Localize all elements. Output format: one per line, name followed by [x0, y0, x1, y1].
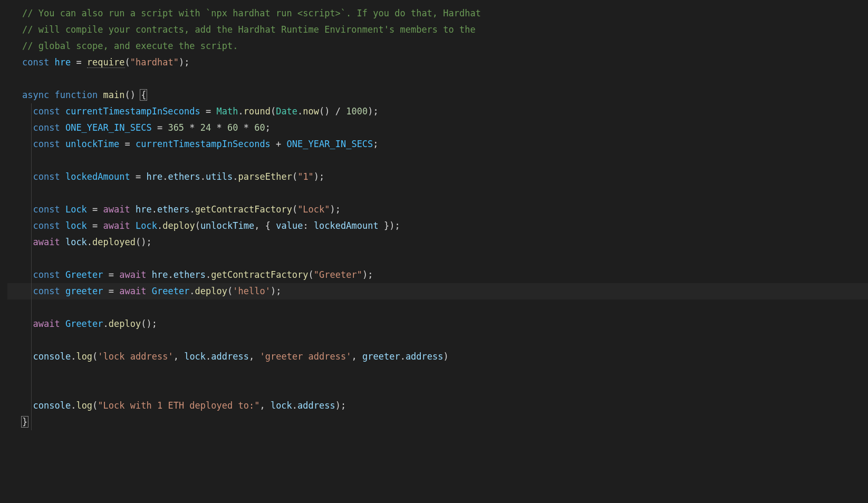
line-number — [0, 185, 6, 201]
code-line[interactable]: const unlockTime = currentTimestampInSec… — [22, 136, 868, 152]
code-line[interactable]: // global scope, and execute the script. — [22, 38, 868, 54]
code-line[interactable] — [22, 381, 868, 398]
token-prop: utils — [206, 171, 233, 182]
code-line[interactable] — [22, 185, 868, 201]
token-punct: , — [259, 400, 270, 411]
token-string: "Lock" — [297, 204, 330, 215]
token-func: main — [103, 90, 125, 100]
code-line[interactable]: const lockedAmount = hre.ethers.utils.pa… — [22, 169, 868, 185]
code-line[interactable]: // You can also run a script with `npx h… — [22, 5, 868, 22]
token-brace-match: } — [21, 416, 28, 428]
line-number — [0, 5, 6, 22]
token-control: await — [103, 204, 136, 215]
token-punct: . — [206, 269, 211, 280]
token-keyword: const — [33, 286, 65, 296]
token-prop: value — [276, 220, 303, 231]
token-paren: () — [136, 237, 146, 247]
token-var: lock — [271, 400, 292, 411]
token-punct: . — [233, 171, 238, 182]
code-line[interactable] — [22, 152, 868, 169]
token-func: deploy — [195, 286, 227, 296]
code-editor[interactable]: // You can also run a script with `npx h… — [0, 0, 868, 503]
token-punct: ; — [146, 237, 151, 247]
line-number — [0, 414, 6, 430]
code-line[interactable]: const currentTimestampInSeconds = Math.r… — [22, 103, 868, 120]
token-const: currentTimestampInSeconds — [65, 106, 200, 117]
code-area[interactable]: // You can also run a script with `npx h… — [7, 0, 868, 503]
code-line[interactable] — [22, 332, 868, 349]
token-paren: ( — [92, 400, 98, 411]
token-keyword: const — [33, 171, 65, 182]
token-const: lock — [65, 220, 87, 231]
token-punct: ; — [373, 106, 378, 117]
token-op: = — [103, 286, 120, 296]
token-paren: ( — [292, 171, 297, 182]
line-number — [0, 267, 6, 283]
token-keyword: const — [33, 106, 65, 117]
line-number — [0, 283, 6, 299]
token-string: 'lock address' — [98, 351, 173, 362]
token-op: = — [200, 106, 217, 117]
code-line[interactable]: const Greeter = await hre.ethers.getCont… — [22, 267, 868, 283]
token-prop: ethers — [157, 204, 189, 215]
token-func: round — [244, 106, 271, 117]
token-func: deploy — [109, 318, 141, 329]
line-number — [0, 398, 6, 414]
code-line[interactable]: await lock.deployed(); — [22, 234, 868, 250]
token-var: hre — [136, 204, 152, 215]
token-punct: . — [162, 171, 168, 182]
token-op: * — [184, 122, 200, 133]
line-number — [0, 250, 6, 267]
token-punct: }) — [379, 220, 395, 231]
token-string: "Lock with 1 ETH deployed to:" — [98, 400, 259, 411]
code-line[interactable]: console.log('lock address', lock.address… — [22, 349, 868, 365]
token-keyword: const — [22, 57, 54, 67]
code-line[interactable]: async function main() { — [22, 87, 868, 103]
token-string: "1" — [297, 171, 314, 182]
token-punct: ; — [184, 57, 189, 67]
token-num: 60 — [227, 122, 238, 133]
code-line[interactable]: const hre = require("hardhat"); — [22, 54, 868, 71]
token-paren: () — [125, 90, 136, 100]
code-line[interactable] — [22, 299, 868, 316]
token-class: Date — [276, 106, 297, 117]
token-punct: , — [351, 351, 362, 362]
token-prop: address — [406, 351, 443, 362]
token-paren: ) — [330, 204, 335, 215]
token-punct: . — [152, 204, 157, 215]
token-paren: ( — [271, 106, 276, 117]
token-punct: ; — [265, 122, 271, 133]
code-line[interactable] — [22, 250, 868, 267]
token-const: Lock — [65, 204, 87, 215]
token-punct: . — [103, 318, 109, 329]
token-punct: . — [400, 351, 406, 362]
token-keyword: const — [33, 204, 65, 215]
code-line[interactable]: const Lock = await hre.ethers.getContrac… — [22, 201, 868, 218]
code-line[interactable]: } — [22, 414, 868, 430]
token-keyword: const — [33, 269, 65, 280]
token-punct: ; — [373, 139, 378, 149]
code-line[interactable]: const lock = await Lock.deploy(unlockTim… — [22, 218, 868, 234]
code-line[interactable]: // will compile your contracts, add the … — [22, 22, 868, 38]
code-line[interactable] — [22, 71, 868, 87]
token-punct: ; — [276, 286, 281, 296]
token-punct: . — [189, 204, 195, 215]
token-const: ONE_YEAR_IN_SECS — [287, 139, 373, 149]
token-var: unlockTime — [200, 220, 254, 231]
token-paren: ( — [227, 286, 233, 296]
token-const: unlockTime — [65, 139, 119, 149]
token-const: currentTimestampInSeconds — [136, 139, 271, 149]
token-keyword: const — [33, 220, 65, 231]
token-paren: ( — [125, 57, 130, 67]
code-line[interactable] — [22, 365, 868, 381]
token-num: 24 — [200, 122, 211, 133]
line-number-gutter — [0, 0, 7, 503]
token-punct: ; — [341, 400, 346, 411]
token-paren: ( — [308, 269, 314, 280]
code-line[interactable]: const greeter = await Greeter.deploy('he… — [7, 283, 868, 299]
token-comment: // global scope, and execute the script. — [22, 41, 238, 51]
line-number — [0, 22, 6, 38]
code-line[interactable]: console.log("Lock with 1 ETH deployed to… — [22, 398, 868, 414]
code-line[interactable]: await Greeter.deploy(); — [22, 316, 868, 332]
code-line[interactable]: const ONE_YEAR_IN_SECS = 365 * 24 * 60 *… — [22, 120, 868, 136]
